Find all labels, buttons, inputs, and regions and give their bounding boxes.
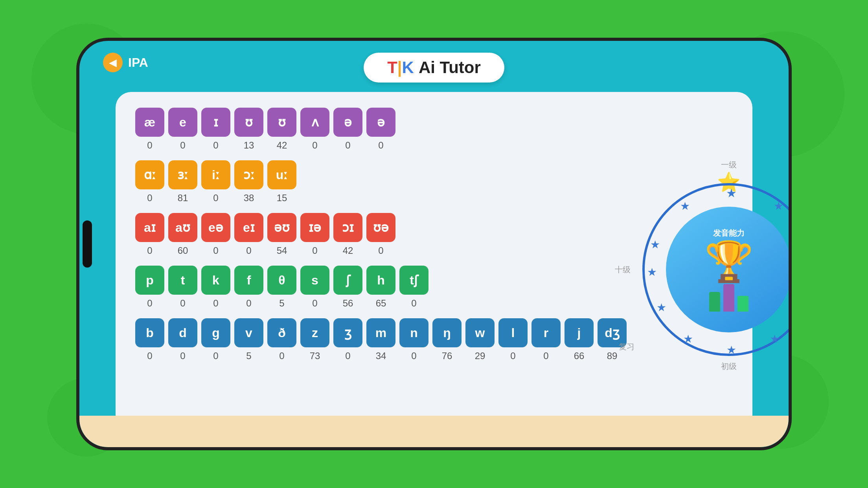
- tiles-row-2: ɑː ɜː iː ɔː uː: [135, 160, 627, 189]
- bar-green: [709, 292, 720, 312]
- tile-au[interactable]: aʊ: [168, 213, 197, 242]
- tile-ng[interactable]: ŋ: [432, 318, 462, 347]
- tile-er-long[interactable]: ɜː: [168, 160, 197, 189]
- counts-row-3: 0 60 0 0 54 0 42 0: [135, 245, 627, 256]
- top-bar: ◀ IPA T|K Ai Tutor: [79, 41, 789, 83]
- wheel-label-left-top: 十级: [615, 264, 631, 275]
- tile-z[interactable]: z: [300, 318, 329, 347]
- svg-text:★: ★: [657, 301, 666, 314]
- tile-wedge[interactable]: ʌ: [300, 108, 329, 137]
- wheel-container: ⭐ 一级 十级 复习 初级 ★ ★ ★ ★ ★ ★ ★: [642, 183, 792, 356]
- wheel-label-top: 一级: [721, 160, 737, 170]
- tile-t[interactable]: t: [168, 266, 197, 295]
- tile-j[interactable]: j: [565, 318, 594, 347]
- tile-eth[interactable]: ð: [267, 318, 296, 347]
- tile-schwa2[interactable]: ə: [366, 108, 395, 137]
- ipa-nav[interactable]: ◀ IPA: [103, 53, 148, 72]
- tile-i-short[interactable]: ɪ: [201, 108, 230, 137]
- tile-s[interactable]: s: [300, 266, 329, 295]
- tiles-row-4: p t k f θ s ʃ h tʃ: [135, 266, 627, 295]
- tile-theta[interactable]: θ: [267, 266, 296, 295]
- tile-d[interactable]: d: [168, 318, 197, 347]
- tile-m[interactable]: m: [366, 318, 395, 347]
- tile-upsilon2[interactable]: ʊ: [267, 108, 296, 137]
- svg-text:★: ★: [770, 333, 780, 345]
- tile-g[interactable]: g: [201, 318, 230, 347]
- svg-text:★: ★: [647, 266, 657, 278]
- svg-text:★: ★: [726, 187, 737, 200]
- bar-purple: [723, 284, 734, 312]
- phoneme-row-2: ɑː ɜː iː ɔː uː 0 81 0 38 15: [135, 160, 627, 204]
- counts-row-5: 0 0 0 5 0 73 0 34 0 76 29 0 0 66 89: [135, 350, 627, 361]
- tile-o-long[interactable]: ɔː: [234, 160, 263, 189]
- wheel-label-left-bottom: 复习: [619, 341, 634, 352]
- bar-green2: [737, 296, 748, 312]
- tile-sh[interactable]: ʃ: [333, 266, 362, 295]
- phoneme-row-5: b d g v ð z ʒ m n ŋ w l r j dʒ 0: [135, 318, 627, 361]
- tile-oi[interactable]: ɔɪ: [333, 213, 362, 242]
- app-logo: T|K: [387, 58, 414, 77]
- counts-row-1: 0 0 0 13 42 0 0 0: [135, 140, 627, 151]
- tiles-row-3: aɪ aʊ eə eɪ əʊ ɪə ɔɪ ʊə: [135, 213, 627, 242]
- tile-w[interactable]: w: [465, 318, 495, 347]
- counts-row-2: 0 81 0 38 15: [135, 193, 627, 204]
- tile-ie[interactable]: ɪə: [300, 213, 329, 242]
- tile-ai[interactable]: aɪ: [135, 213, 164, 242]
- app-title: Ai Tutor: [419, 58, 481, 77]
- phoneme-row-3: aɪ aʊ eə eɪ əʊ ɪə ɔɪ ʊə 0 60 0 0 54 0 42: [135, 213, 627, 256]
- phoneme-row-1: æ e ɪ ʊ ʊ ʌ ə ə 0 0 0 13 42 0 0: [135, 108, 627, 151]
- phoneme-row-4: p t k f θ s ʃ h tʃ 0 0 0 0 5 0 5: [135, 266, 627, 309]
- tiles-row-5: b d g v ð z ʒ m n ŋ w l r j dʒ: [135, 318, 627, 347]
- tile-tsh[interactable]: tʃ: [399, 266, 428, 295]
- tile-zh[interactable]: ʒ: [333, 318, 362, 347]
- svg-text:★: ★: [650, 238, 660, 251]
- phoneme-panel: æ e ɪ ʊ ʊ ʌ ə ə 0 0 0 13 42 0 0: [135, 108, 627, 431]
- tile-b[interactable]: b: [135, 318, 164, 347]
- trophy-panel: ⭐ 一级 十级 复习 初级 ★ ★ ★ ★ ★ ★ ★: [642, 108, 792, 431]
- tile-l[interactable]: l: [498, 318, 528, 347]
- bottom-sand: [79, 416, 789, 447]
- tile-f[interactable]: f: [234, 266, 263, 295]
- svg-text:★: ★: [774, 200, 783, 212]
- svg-text:★: ★: [680, 200, 690, 212]
- device-frame: ◀ IPA T|K Ai Tutor æ e ɪ ʊ ʊ ʌ: [76, 38, 792, 450]
- device-notch: [83, 220, 92, 268]
- svg-text:★: ★: [683, 333, 693, 345]
- wheel-outer-ring: ★ ★ ★ ★ ★ ★ ★ ★ ★ ★ ★ ★: [642, 183, 792, 356]
- tile-ea[interactable]: eə: [201, 213, 230, 242]
- back-arrow-icon[interactable]: ◀: [103, 53, 123, 72]
- wheel-inner-circle: 发音能力 🏆: [666, 207, 792, 332]
- tile-r[interactable]: r: [531, 318, 561, 347]
- wheel-label-bottom: 初级: [721, 361, 737, 372]
- tile-upsilon[interactable]: ʊ: [234, 108, 263, 137]
- tile-h[interactable]: h: [366, 266, 395, 295]
- tile-ae[interactable]: æ: [135, 108, 164, 137]
- tile-schwa1[interactable]: ə: [333, 108, 362, 137]
- score-bars: [709, 284, 748, 312]
- title-pill: T|K Ai Tutor: [364, 53, 504, 83]
- main-content: æ e ɪ ʊ ʊ ʌ ə ə 0 0 0 13 42 0 0: [116, 92, 752, 447]
- tile-p[interactable]: p: [135, 266, 164, 295]
- tile-e[interactable]: e: [168, 108, 197, 137]
- tile-i-long[interactable]: iː: [201, 160, 230, 189]
- tile-ue[interactable]: ʊə: [366, 213, 395, 242]
- wheel-center-label: 发音能力: [713, 228, 745, 238]
- tile-u-long[interactable]: uː: [267, 160, 296, 189]
- tile-k[interactable]: k: [201, 266, 230, 295]
- ipa-label: IPA: [128, 55, 148, 70]
- tiles-row-1: æ e ɪ ʊ ʊ ʌ ə ə: [135, 108, 627, 137]
- tile-v[interactable]: v: [234, 318, 263, 347]
- tile-ei[interactable]: eɪ: [234, 213, 263, 242]
- counts-row-4: 0 0 0 0 5 0 56 65 0: [135, 298, 627, 309]
- tile-a-long[interactable]: ɑː: [135, 160, 164, 189]
- svg-text:★: ★: [726, 344, 736, 356]
- tile-ou[interactable]: əʊ: [267, 213, 296, 242]
- tile-n[interactable]: n: [399, 318, 428, 347]
- trophy-icon: 🏆: [704, 242, 754, 281]
